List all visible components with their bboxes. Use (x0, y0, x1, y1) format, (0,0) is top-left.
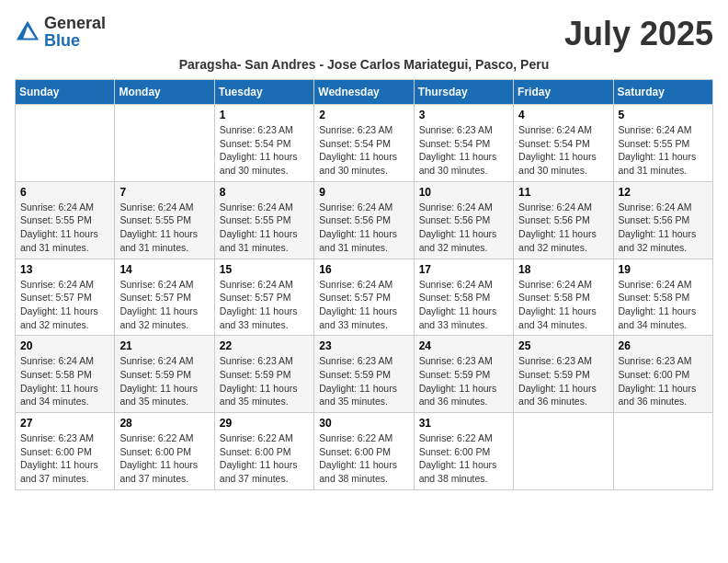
calendar-cell: 29Sunrise: 6:22 AMSunset: 6:00 PMDayligh… (214, 413, 313, 490)
day-number: 1 (220, 109, 309, 121)
cell-info: Sunrise: 6:22 AMSunset: 6:00 PMDaylight:… (119, 431, 209, 486)
cell-info: Sunrise: 6:24 AMSunset: 5:59 PMDaylight:… (119, 354, 209, 408)
day-header-friday: Friday (514, 80, 613, 105)
day-header-monday: Monday (115, 80, 214, 105)
calendar-cell: 21Sunrise: 6:24 AMSunset: 5:59 PMDayligh… (115, 336, 214, 413)
day-number: 5 (619, 109, 708, 121)
calendar-cell: 27Sunrise: 6:23 AMSunset: 6:00 PMDayligh… (16, 413, 115, 490)
logo-general-text: General (44, 14, 106, 32)
day-number: 15 (220, 263, 309, 276)
calendar-cell: 25Sunrise: 6:23 AMSunset: 5:59 PMDayligh… (514, 336, 613, 413)
day-number: 8 (220, 186, 309, 199)
subtitle: Paragsha- San Andres - Jose Carlos Maria… (15, 57, 713, 72)
calendar-cell (115, 105, 214, 182)
cell-info: Sunrise: 6:22 AMSunset: 6:00 PMDaylight:… (419, 431, 508, 486)
day-number: 17 (419, 263, 508, 276)
cell-info: Sunrise: 6:24 AMSunset: 5:57 PMDaylight:… (220, 278, 309, 332)
day-header-wednesday: Wednesday (314, 80, 414, 105)
cell-info: Sunrise: 6:24 AMSunset: 5:55 PMDaylight:… (220, 201, 309, 255)
calendar-cell (613, 413, 712, 490)
cell-info: Sunrise: 6:24 AMSunset: 5:58 PMDaylight:… (619, 278, 708, 332)
day-number: 10 (419, 186, 508, 199)
cell-info: Sunrise: 6:24 AMSunset: 5:56 PMDaylight:… (319, 201, 408, 255)
cell-info: Sunrise: 6:23 AMSunset: 5:59 PMDaylight:… (419, 354, 508, 408)
calendar-cell: 15Sunrise: 6:24 AMSunset: 5:57 PMDayligh… (214, 259, 313, 336)
cell-info: Sunrise: 6:22 AMSunset: 6:00 PMDaylight:… (319, 431, 408, 486)
day-number: 6 (20, 186, 109, 199)
day-number: 25 (518, 339, 608, 352)
day-number: 13 (20, 263, 109, 276)
day-number: 12 (619, 186, 708, 199)
logo-icon (15, 19, 40, 45)
cell-info: Sunrise: 6:24 AMSunset: 5:54 PMDaylight:… (518, 123, 608, 178)
calendar-cell: 4Sunrise: 6:24 AMSunset: 5:54 PMDaylight… (514, 105, 613, 182)
day-header-thursday: Thursday (414, 80, 513, 105)
day-number: 3 (419, 109, 508, 121)
cell-info: Sunrise: 6:24 AMSunset: 5:56 PMDaylight:… (619, 201, 708, 255)
calendar-cell (514, 413, 613, 490)
calendar-cell: 22Sunrise: 6:23 AMSunset: 5:59 PMDayligh… (214, 336, 313, 413)
cell-info: Sunrise: 6:23 AMSunset: 5:54 PMDaylight:… (319, 123, 408, 178)
day-number: 28 (119, 417, 209, 430)
day-number: 20 (20, 339, 109, 352)
day-number: 2 (319, 109, 408, 121)
calendar-cell: 20Sunrise: 6:24 AMSunset: 5:58 PMDayligh… (16, 336, 115, 413)
cell-info: Sunrise: 6:24 AMSunset: 5:57 PMDaylight:… (319, 278, 408, 332)
calendar-cell: 2Sunrise: 6:23 AMSunset: 5:54 PMDaylight… (314, 105, 414, 182)
day-number: 29 (220, 417, 309, 430)
day-header-sunday: Sunday (16, 80, 115, 105)
cell-info: Sunrise: 6:23 AMSunset: 5:54 PMDaylight:… (419, 123, 508, 178)
cell-info: Sunrise: 6:24 AMSunset: 5:55 PMDaylight:… (119, 201, 209, 255)
cell-info: Sunrise: 6:24 AMSunset: 5:58 PMDaylight:… (518, 278, 608, 332)
calendar-cell: 9Sunrise: 6:24 AMSunset: 5:56 PMDaylight… (314, 181, 414, 259)
calendar-cell: 23Sunrise: 6:23 AMSunset: 5:59 PMDayligh… (314, 336, 414, 413)
cell-info: Sunrise: 6:24 AMSunset: 5:55 PMDaylight:… (619, 123, 708, 178)
logo: General Blue (15, 15, 106, 50)
calendar-cell: 10Sunrise: 6:24 AMSunset: 5:56 PMDayligh… (414, 181, 513, 259)
day-number: 4 (518, 109, 608, 121)
cell-info: Sunrise: 6:24 AMSunset: 5:55 PMDaylight:… (20, 201, 109, 255)
calendar-cell: 8Sunrise: 6:24 AMSunset: 5:55 PMDaylight… (214, 181, 313, 259)
cell-info: Sunrise: 6:23 AMSunset: 5:54 PMDaylight:… (220, 123, 309, 178)
cell-info: Sunrise: 6:24 AMSunset: 5:56 PMDaylight:… (419, 201, 508, 255)
day-header-saturday: Saturday (613, 80, 712, 105)
calendar-cell: 13Sunrise: 6:24 AMSunset: 5:57 PMDayligh… (16, 259, 115, 336)
day-header-tuesday: Tuesday (214, 80, 313, 105)
cell-info: Sunrise: 6:23 AMSunset: 5:59 PMDaylight:… (220, 354, 309, 408)
cell-info: Sunrise: 6:23 AMSunset: 5:59 PMDaylight:… (518, 354, 608, 408)
cell-info: Sunrise: 6:24 AMSunset: 5:58 PMDaylight:… (419, 278, 508, 332)
cell-info: Sunrise: 6:24 AMSunset: 5:57 PMDaylight:… (119, 278, 209, 332)
cell-info: Sunrise: 6:23 AMSunset: 6:00 PMDaylight:… (20, 431, 109, 486)
logo-blue-text: Blue (44, 31, 80, 50)
calendar-cell: 16Sunrise: 6:24 AMSunset: 5:57 PMDayligh… (314, 259, 414, 336)
cell-info: Sunrise: 6:24 AMSunset: 5:56 PMDaylight:… (518, 201, 608, 255)
calendar-cell: 26Sunrise: 6:23 AMSunset: 6:00 PMDayligh… (613, 336, 712, 413)
day-number: 24 (419, 339, 508, 352)
cell-info: Sunrise: 6:24 AMSunset: 5:57 PMDaylight:… (20, 278, 109, 332)
calendar-cell: 24Sunrise: 6:23 AMSunset: 5:59 PMDayligh… (414, 336, 513, 413)
calendar-cell: 14Sunrise: 6:24 AMSunset: 5:57 PMDayligh… (115, 259, 214, 336)
calendar-cell: 5Sunrise: 6:24 AMSunset: 5:55 PMDaylight… (613, 105, 712, 182)
day-number: 22 (220, 339, 309, 352)
calendar-cell: 12Sunrise: 6:24 AMSunset: 5:56 PMDayligh… (613, 181, 712, 259)
calendar-cell: 11Sunrise: 6:24 AMSunset: 5:56 PMDayligh… (514, 181, 613, 259)
day-number: 14 (119, 263, 209, 276)
calendar-cell: 6Sunrise: 6:24 AMSunset: 5:55 PMDaylight… (16, 181, 115, 259)
day-number: 7 (119, 186, 209, 199)
day-number: 11 (518, 186, 608, 199)
day-number: 21 (119, 339, 209, 352)
day-number: 31 (419, 417, 508, 430)
day-number: 18 (518, 263, 608, 276)
calendar-table: SundayMondayTuesdayWednesdayThursdayFrid… (15, 79, 713, 490)
day-number: 19 (619, 263, 708, 276)
cell-info: Sunrise: 6:24 AMSunset: 5:58 PMDaylight:… (20, 354, 109, 408)
day-number: 23 (319, 339, 408, 352)
day-number: 16 (319, 263, 408, 276)
calendar-cell: 18Sunrise: 6:24 AMSunset: 5:58 PMDayligh… (514, 259, 613, 336)
calendar-cell: 17Sunrise: 6:24 AMSunset: 5:58 PMDayligh… (414, 259, 513, 336)
day-number: 30 (319, 417, 408, 430)
calendar-cell: 31Sunrise: 6:22 AMSunset: 6:00 PMDayligh… (414, 413, 513, 490)
calendar-cell: 1Sunrise: 6:23 AMSunset: 5:54 PMDaylight… (214, 105, 313, 182)
calendar-cell (16, 105, 115, 182)
day-number: 9 (319, 186, 408, 199)
